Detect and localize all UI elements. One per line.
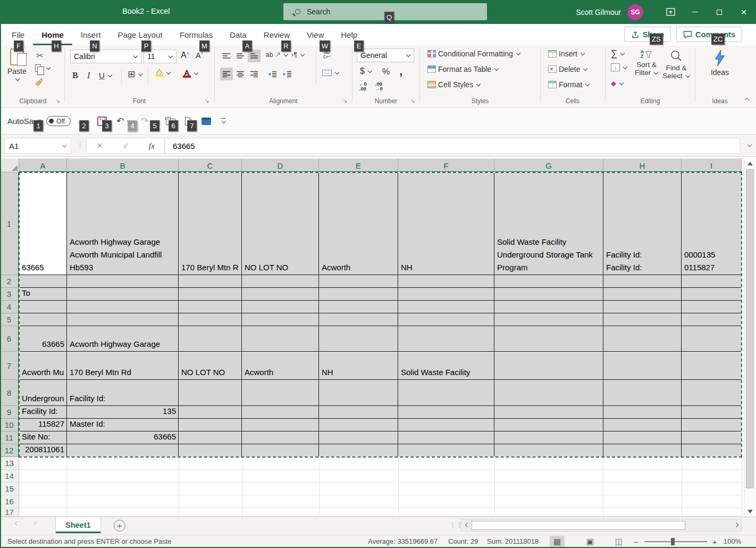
namebox-splitter[interactable]: ⋮ xyxy=(77,140,84,149)
cell-A2[interactable] xyxy=(19,275,67,288)
cell-D3[interactable] xyxy=(242,288,319,301)
cell-G4[interactable] xyxy=(494,301,603,313)
paste-button[interactable]: Paste xyxy=(7,48,27,81)
cell-C11[interactable] xyxy=(179,431,242,444)
cell-B5[interactable] xyxy=(67,313,179,326)
scroll-up-icon[interactable] xyxy=(747,162,753,165)
cell-B3[interactable] xyxy=(67,288,179,301)
format-painter-button[interactable] xyxy=(35,78,44,87)
cell-H7[interactable] xyxy=(603,352,682,380)
avatar[interactable]: SG xyxy=(627,4,643,20)
cell-I6[interactable] xyxy=(682,326,742,352)
comments-button[interactable]: Comments xyxy=(676,27,742,42)
cell-I7[interactable] xyxy=(682,352,742,380)
italic-button[interactable]: I xyxy=(87,71,90,80)
cell-A5[interactable] xyxy=(19,313,67,326)
cell-I5[interactable] xyxy=(682,313,742,326)
row-header-6[interactable]: 6 xyxy=(0,326,18,352)
row-header-3[interactable]: 3 xyxy=(0,288,18,301)
cell-I9[interactable] xyxy=(682,406,742,419)
cell-C4[interactable] xyxy=(179,301,242,313)
cell-C8[interactable] xyxy=(179,380,242,406)
share-button[interactable]: Share xyxy=(624,27,671,42)
column-header-F[interactable]: F xyxy=(398,159,494,172)
row-header-11[interactable]: 11 xyxy=(0,431,18,444)
zoom-slider[interactable] xyxy=(644,541,707,542)
cell-D4[interactable] xyxy=(242,301,319,313)
cell-E2[interactable] xyxy=(319,275,398,288)
cell-F10[interactable] xyxy=(398,419,494,431)
cell-D9[interactable] xyxy=(242,406,319,419)
row-header-4[interactable]: 4 xyxy=(0,301,18,313)
fill-button[interactable]: ↓ xyxy=(611,63,627,71)
cell-G2[interactable] xyxy=(494,275,603,288)
decrease-font-size-button[interactable]: A˅ xyxy=(196,51,204,60)
row-header-9[interactable]: 9 xyxy=(0,406,18,419)
autosave-toggle[interactable]: Off xyxy=(46,116,71,126)
comma-style-button[interactable]: , xyxy=(399,64,402,78)
row-header-14[interactable]: 14 xyxy=(0,470,19,483)
tab-review[interactable]: Review xyxy=(255,24,298,45)
format-cells-button[interactable]: Format xyxy=(548,80,590,89)
alignment-dialog-launcher[interactable] xyxy=(342,98,348,104)
scroll-down-icon[interactable] xyxy=(747,510,753,513)
cell-F12[interactable] xyxy=(398,444,494,457)
cell-A4[interactable] xyxy=(19,301,67,313)
cell-B2[interactable] xyxy=(67,275,179,288)
column-header-H[interactable]: H xyxy=(603,159,682,172)
expand-formula-bar-button[interactable] xyxy=(747,143,752,147)
column-header-I[interactable]: I xyxy=(682,159,742,172)
previous-sheet-button[interactable] xyxy=(15,521,19,526)
cell-H12[interactable] xyxy=(603,444,682,457)
user-name[interactable]: Scott Gilmour xyxy=(576,8,621,16)
cell-I4[interactable] xyxy=(682,301,742,313)
cell-F3[interactable] xyxy=(398,288,494,301)
vertical-scrollbar[interactable] xyxy=(744,159,756,517)
cell-F6[interactable] xyxy=(398,326,494,352)
ribbon-display-options-button[interactable] xyxy=(658,0,683,24)
sheet-tab-sheet1[interactable]: Sheet1 xyxy=(55,517,101,534)
maximize-button[interactable] xyxy=(707,0,732,24)
ideas-button[interactable]: Ideas xyxy=(706,49,734,77)
cell-I11[interactable] xyxy=(682,431,742,444)
font-family-select[interactable]: Calibri xyxy=(70,49,141,63)
cell-B12[interactable] xyxy=(67,444,179,457)
decrease-decimal-button[interactable]: .00→0 xyxy=(375,81,383,91)
cell-H8[interactable] xyxy=(603,380,682,406)
column-header-B[interactable]: B xyxy=(67,159,179,172)
row-header-12[interactable]: 12 xyxy=(0,444,18,457)
cell-F4[interactable] xyxy=(398,301,494,313)
column-header-D[interactable]: D xyxy=(242,159,319,172)
page-layout-view-button[interactable]: ▣ xyxy=(583,536,598,547)
cell-C10[interactable] xyxy=(179,419,242,431)
align-left-button[interactable] xyxy=(220,68,233,80)
cell-G12[interactable] xyxy=(494,444,603,457)
cell-C12[interactable] xyxy=(179,444,242,457)
horizontal-scroll-thumb[interactable] xyxy=(472,521,685,530)
clear-button[interactable]: ◆ xyxy=(611,79,624,87)
cell-D10[interactable] xyxy=(242,419,319,431)
find-select-button[interactable]: Find &Select xyxy=(662,49,691,80)
format-as-table-button[interactable]: Format as Table xyxy=(427,65,499,73)
row-header-16[interactable]: 16 xyxy=(0,495,19,508)
zoom-level[interactable]: 100% xyxy=(724,537,741,545)
cell-G6[interactable] xyxy=(494,326,603,352)
increase-decimal-button[interactable]: ←0.00 xyxy=(359,81,367,91)
page-break-view-button[interactable]: ◫ xyxy=(611,536,626,547)
zoom-slider-thumb[interactable] xyxy=(671,538,675,545)
cut-button[interactable]: ✂ xyxy=(36,51,43,61)
status-count[interactable]: Count: 29 xyxy=(448,537,478,545)
vertical-scroll-thumb[interactable] xyxy=(746,169,754,488)
column-header-E[interactable]: E xyxy=(319,159,398,172)
cell-H4[interactable] xyxy=(603,301,682,313)
status-average[interactable]: Average: 33519669.67 xyxy=(368,537,438,545)
font-color-button[interactable]: A xyxy=(183,69,198,78)
number-dialog-launcher[interactable] xyxy=(409,98,416,104)
fill-color-button[interactable] xyxy=(155,69,171,77)
cell-E12[interactable] xyxy=(319,444,398,457)
sort-filter-button[interactable]: AZ Sort &Filter xyxy=(632,49,661,77)
name-box[interactable]: A1 xyxy=(4,138,71,154)
cell-D8[interactable] xyxy=(242,380,319,406)
cell-H6[interactable] xyxy=(603,326,682,352)
cell-C3[interactable] xyxy=(179,288,242,301)
